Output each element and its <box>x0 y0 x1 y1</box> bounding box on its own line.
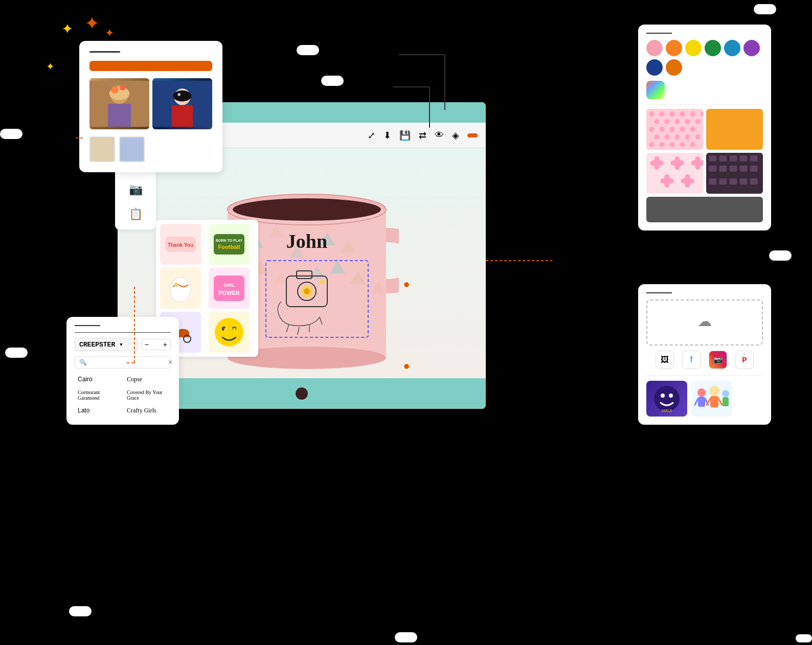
download-icon[interactable]: ⬇ <box>384 130 391 141</box>
upload-thumb-characters[interactable] <box>691 381 732 417</box>
svg-point-68 <box>680 127 685 132</box>
svg-point-100 <box>665 182 670 188</box>
instagram-icon[interactable]: 📷 <box>709 351 727 369</box>
upload-panel: ☁ 🖼 f 📷 P SMILE <box>638 284 771 425</box>
svg-point-99 <box>665 174 670 179</box>
svg-rect-113 <box>719 166 727 172</box>
eye-icon[interactable]: 👁 <box>435 130 444 141</box>
svg-text:⭐: ⭐ <box>232 327 237 332</box>
artwork-cell-emoji[interactable]: ⭐ ⭐ <box>209 312 250 353</box>
3d-icon[interactable]: ◈ <box>452 130 459 141</box>
svg-text:BORN TO PLAY: BORN TO PLAY <box>216 239 242 242</box>
svg-rect-117 <box>709 178 717 185</box>
swatch-orange[interactable] <box>666 40 682 56</box>
svg-rect-110 <box>740 155 748 162</box>
svg-point-85 <box>655 165 660 170</box>
svg-point-98 <box>669 178 674 183</box>
facebook-icon[interactable]: f <box>682 351 701 369</box>
svg-rect-111 <box>750 155 758 162</box>
swatch-pink[interactable] <box>646 40 663 56</box>
font-search-box[interactable]: 🔍 ✕ <box>75 356 171 368</box>
resize-handle-2[interactable] <box>403 363 410 370</box>
svg-point-127 <box>697 388 706 397</box>
sidebar-icon-photo[interactable]: 📷 <box>125 179 146 200</box>
font-crafty[interactable]: Crafty Girls <box>124 405 171 417</box>
save-icon[interactable]: 💾 <box>399 130 411 141</box>
search-clear-icon[interactable]: ✕ <box>168 359 173 366</box>
swatch-green[interactable] <box>705 40 721 56</box>
divider <box>646 375 763 376</box>
font-size-ctrl: − + <box>141 339 171 350</box>
upload-zone[interactable]: ☁ <box>646 300 763 345</box>
sidebar-icon-text[interactable]: 📋 <box>125 204 146 224</box>
font-lato[interactable]: Lato <box>75 405 122 417</box>
font-search-input[interactable] <box>89 359 166 366</box>
artwork-cell-thanks[interactable]: Thank You <box>160 224 201 265</box>
pinterest-icon[interactable]: P <box>735 351 754 369</box>
svg-rect-119 <box>730 178 737 185</box>
swatch-blue[interactable] <box>724 40 740 56</box>
artwork-cell-girl-power[interactable]: GIRL POWER <box>209 268 250 309</box>
font-cormorant[interactable]: Cormorant Garamond <box>75 387 122 403</box>
svg-text:John: John <box>286 231 327 252</box>
font-grid: Cairo Copse Cormorant Garamond Covered B… <box>75 374 171 417</box>
artwork-cell-egg[interactable] <box>160 268 201 309</box>
svg-rect-112 <box>709 166 717 172</box>
price-tag <box>467 133 478 137</box>
gradient-picker-button[interactable] <box>646 81 665 99</box>
svg-point-122 <box>654 386 680 411</box>
svg-point-131 <box>709 386 719 396</box>
generate-ai-button[interactable] <box>89 61 212 71</box>
svg-point-70 <box>655 134 660 140</box>
font-covered[interactable]: Covered By Your Grace <box>124 387 171 403</box>
resize-handle[interactable] <box>403 281 410 288</box>
pattern-dark[interactable] <box>706 153 763 194</box>
swatch-brown[interactable] <box>666 59 682 76</box>
svg-text:GIRL: GIRL <box>223 283 235 288</box>
svg-point-30 <box>170 278 191 302</box>
pattern-pink-dots[interactable] <box>646 109 703 150</box>
gallery-icon[interactable]: 🖼 <box>656 351 674 369</box>
expand-icon[interactable]: ⤢ <box>368 130 375 141</box>
svg-rect-116 <box>750 166 758 172</box>
swatch-yellow[interactable] <box>685 40 702 56</box>
swatch-navy[interactable] <box>646 59 663 76</box>
pattern-pink-flowers[interactable] <box>646 153 703 194</box>
svg-point-72 <box>675 134 680 140</box>
pattern-dark-grey[interactable] <box>646 197 763 222</box>
svg-text:Thank You: Thank You <box>168 242 193 248</box>
svg-point-105 <box>685 182 690 188</box>
multiple-design-areas-label <box>769 250 792 261</box>
svg-rect-109 <box>730 155 737 162</box>
svg-point-135 <box>722 390 729 397</box>
font-copse[interactable]: Copse <box>124 374 171 385</box>
swatch-purple[interactable] <box>743 40 760 56</box>
artwork-cell-football[interactable]: BORN TO PLAY Football <box>209 224 250 265</box>
svg-point-103 <box>689 178 694 183</box>
svg-text:SMILE: SMILE <box>661 409 672 412</box>
pattern-orange[interactable] <box>706 109 763 150</box>
search-icon: 🔍 <box>79 359 87 366</box>
svg-point-87 <box>671 160 676 166</box>
bg-manager-panel <box>638 25 771 231</box>
ai-images-grid <box>89 78 212 129</box>
ai-panel <box>79 41 222 172</box>
ai-thumb-1[interactable] <box>89 136 115 162</box>
text-and-effects-label <box>69 606 92 616</box>
ai-thumb-2[interactable] <box>119 136 145 162</box>
ai-image-1 <box>89 78 149 129</box>
share-icon[interactable]: ⇄ <box>419 130 426 141</box>
svg-point-94 <box>695 156 701 162</box>
svg-rect-115 <box>740 166 748 172</box>
svg-point-89 <box>675 156 680 162</box>
font-size-minus[interactable]: − <box>145 340 149 349</box>
pattern-grid <box>646 109 763 222</box>
font-select[interactable]: CREEPSTER ▾ <box>75 338 138 351</box>
font-cairo[interactable]: Cairo <box>75 374 122 385</box>
ai-panel-handle <box>89 51 120 53</box>
font-size-plus[interactable]: + <box>163 340 167 349</box>
dot-indicator <box>296 387 308 400</box>
svg-point-73 <box>685 134 690 140</box>
upload-thumb-smile[interactable]: SMILE <box>646 381 687 417</box>
background-manager-label <box>754 4 776 14</box>
